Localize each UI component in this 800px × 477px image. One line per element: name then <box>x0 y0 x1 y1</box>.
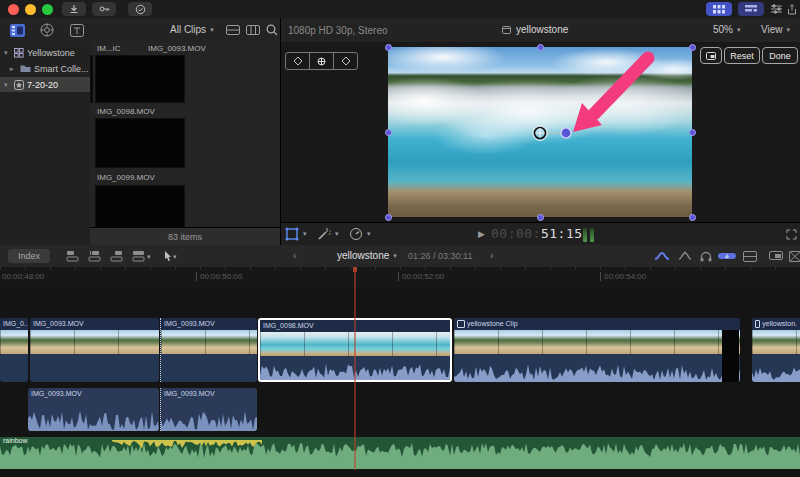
pip-button[interactable] <box>700 47 722 64</box>
timeline-clip[interactable]: IMG_0093.MOV <box>160 318 257 382</box>
grid-rows-icon <box>745 5 757 14</box>
timeline-ruler[interactable]: 00:00:48:00 00:00:50:00 00:00:52:00 00:0… <box>0 267 800 289</box>
anchor-center-icon <box>317 57 326 66</box>
sidebar-item-smart-collections[interactable]: ▸ Smart Colle... <box>0 61 90 76</box>
previous-project-button[interactable]: ‹ <box>293 250 296 261</box>
compound-clip-icon <box>755 320 760 328</box>
skimming-icon <box>654 251 670 261</box>
filmstrip-view-button[interactable] <box>244 21 262 39</box>
clip-thumbnail[interactable] <box>95 55 185 103</box>
next-project-button[interactable]: › <box>490 250 493 261</box>
solo-button[interactable] <box>698 249 714 263</box>
reset-button[interactable]: Reset <box>724 47 760 64</box>
append-edit-icon <box>110 250 123 262</box>
chevron-down-icon[interactable]: ▾ <box>173 253 177 261</box>
secondary-display-button[interactable] <box>768 249 784 263</box>
fullscreen-icon[interactable] <box>786 229 797 240</box>
chevron-down-icon: ▾ <box>210 26 214 34</box>
clip-appearance-icon <box>743 251 757 262</box>
clip-thumbnail[interactable] <box>90 55 93 103</box>
diamond-left-icon <box>294 57 302 65</box>
skimming-button[interactable] <box>654 249 670 263</box>
clip-title: IMG_0093.MOV <box>33 318 84 330</box>
close-button[interactable] <box>8 4 19 15</box>
view-label: View <box>761 24 783 35</box>
transform-left-button[interactable] <box>286 53 310 69</box>
clip-appearance-button[interactable] <box>224 21 242 39</box>
clip-title: IMG_0... <box>3 318 28 330</box>
clip-thumbnail[interactable] <box>95 118 185 168</box>
retime-dropdown[interactable]: ▾ <box>349 227 371 241</box>
browser-toggle-button[interactable] <box>706 2 732 16</box>
zoom-dropdown[interactable]: 50% ▾ <box>713 24 741 35</box>
insert-edit-button[interactable] <box>86 249 102 263</box>
chevron-down-icon: ▾ <box>335 230 339 238</box>
filmstrip-icon <box>246 25 260 35</box>
clip-appearance-timeline-button[interactable] <box>742 249 758 263</box>
transform-center-button[interactable] <box>310 53 334 69</box>
background-tasks-button[interactable] <box>128 2 152 16</box>
chevron-down-icon: ▾ <box>303 230 307 238</box>
search-button[interactable] <box>263 21 281 39</box>
share-button[interactable] <box>786 2 798 16</box>
project-dropdown[interactable]: yellowstone ▾ <box>337 250 397 261</box>
chevron-down-icon: ▾ <box>393 252 397 260</box>
clip-appearance-icon <box>226 25 240 35</box>
clip-icon <box>502 26 511 34</box>
snapping-button[interactable] <box>717 249 737 263</box>
disclosure-open-icon[interactable]: ▾ <box>4 49 11 57</box>
done-button[interactable]: Done <box>762 47 798 64</box>
clip-filter-label: All Clips <box>170 24 206 35</box>
overwrite-edit-button[interactable] <box>130 249 146 263</box>
play-button[interactable]: ▶ <box>478 229 485 239</box>
index-button[interactable]: Index <box>8 249 50 263</box>
connected-clip[interactable]: IMG_0093.MOV <box>160 388 257 431</box>
photos-audio-button[interactable] <box>38 21 56 39</box>
sidebar-item-event[interactable]: ▾ 7-20-20 <box>0 77 90 92</box>
keywords-button[interactable] <box>92 2 116 16</box>
connect-edit-icon <box>66 250 79 262</box>
clip-filmstrip <box>161 330 257 354</box>
timeline-clip[interactable]: IMG_0... <box>0 318 28 382</box>
audio-skimming-icon <box>678 251 692 261</box>
audio-skimming-button[interactable] <box>677 249 693 263</box>
key-icon <box>99 4 110 14</box>
transform-tool-dropdown[interactable]: ▾ <box>285 227 307 241</box>
done-label: Done <box>769 51 791 61</box>
playhead-marker[interactable] <box>353 267 357 272</box>
minimize-button[interactable] <box>25 4 36 15</box>
media-import-button[interactable] <box>8 21 26 39</box>
disclosure-open-icon[interactable]: ▾ <box>4 81 11 89</box>
disclosure-closed-icon[interactable]: ▸ <box>10 65 17 73</box>
import-button[interactable] <box>62 2 86 16</box>
timeline-options-button[interactable] <box>787 249 800 263</box>
audio-meter-right[interactable] <box>590 228 594 242</box>
chevron-down-icon[interactable]: ▾ <box>147 253 151 261</box>
clip-thumbnail[interactable] <box>95 185 185 228</box>
playhead[interactable] <box>354 267 356 470</box>
settings-button[interactable] <box>770 2 782 16</box>
enhancements-dropdown[interactable]: ▾ <box>317 227 339 241</box>
zoom-button[interactable] <box>42 4 53 15</box>
titles-generators-button[interactable] <box>68 21 86 39</box>
audio-meter-left[interactable] <box>583 228 587 242</box>
append-edit-button[interactable] <box>108 249 124 263</box>
sidebar-item-label: 7-20-20 <box>27 80 58 90</box>
timeline-clip[interactable]: yellowston. <box>752 318 800 382</box>
clip-filter-dropdown[interactable]: All Clips ▾ <box>170 24 214 35</box>
timeline-clip[interactable]: yellowstone Clip <box>454 318 740 382</box>
timeline-toggle-button[interactable] <box>738 2 764 16</box>
connected-clip[interactable]: IMG_0093.MOV <box>28 388 159 431</box>
divider <box>280 18 281 42</box>
display-icon <box>769 251 783 262</box>
view-dropdown[interactable]: View ▾ <box>761 24 790 35</box>
magic-wand-icon <box>317 227 331 241</box>
clip-title: IMG_0093.MOV <box>164 390 215 397</box>
transform-right-button[interactable] <box>334 53 357 69</box>
libraries-sidebar: ▾ Yellowstone ▸ Smart Colle... ▾ 7-20-20 <box>0 42 91 245</box>
timeline-clip[interactable]: IMG_0093.MOV <box>30 318 159 382</box>
audio-waveform <box>161 403 257 431</box>
sidebar-item-library[interactable]: ▾ Yellowstone <box>0 45 90 60</box>
connect-edit-button[interactable] <box>64 249 80 263</box>
audio-clip-rainbow[interactable]: rainbow <box>0 437 800 469</box>
